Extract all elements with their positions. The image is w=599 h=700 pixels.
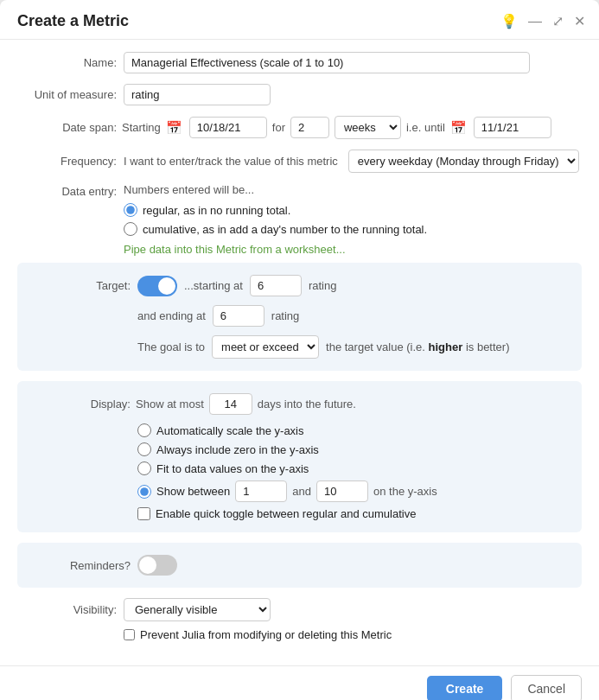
target-unit-end: rating [271,309,300,322]
goal-row: The goal is to meet or exceed stay below… [137,335,568,359]
radio-fit-data-row: Fit to data values on the y-axis [137,461,568,475]
name-label: Name: [17,56,117,69]
ending-row: and ending at rating [137,305,568,327]
radio-fit-data-label: Fit to data values on the y-axis [156,462,309,475]
starting-label: Starting [122,121,161,134]
radio-auto-scale[interactable] [137,423,151,437]
reminders-toggle[interactable] [137,555,177,576]
check-quick-toggle-row: Enable quick toggle between regular and … [137,507,568,520]
data-entry-row: Data entry: Numbers entered will be... r… [17,183,582,256]
radio-regular[interactable] [124,203,137,217]
dialog-header: Create a Metric 💡 — ⤢ ✕ [0,0,599,40]
goal-select[interactable]: meet or exceed stay below [212,335,319,359]
goal-is-label: The goal is to [137,340,205,353]
unit-input[interactable] [124,84,271,105]
check-quick-toggle-label: Enable quick toggle between regular and … [156,507,416,520]
dialog-footer: Create Cancel [0,665,599,700]
data-entry-content: Numbers entered will be... regular, as i… [124,183,582,256]
goal-suffix-pre: the target value (i.e. higher is better) [326,340,509,353]
goal-emphasis: higher [429,340,463,353]
target-section: Target: ...starting at rating and ending… [17,263,582,371]
create-button[interactable]: Create [427,676,503,700]
resize-icon[interactable]: ⤢ [552,15,564,29]
calendar-start-icon[interactable]: 📅 [166,120,182,136]
radio-include-zero-row: Always include zero in the y-axis [137,442,568,456]
radio-show-between-row: Show between and on the y-axis [137,480,568,502]
radio-cumulative-label: cumulative, as in add a day's number to … [143,223,427,236]
display-main-row: Display: Show at most days into the futu… [31,393,568,415]
for-input[interactable] [290,117,329,138]
data-entry-desc: Numbers entered will be... [124,183,582,196]
show-at-most-post: days into the future. [258,398,356,410]
weeks-select[interactable]: weeks days months [335,116,401,139]
target-start-input[interactable] [250,275,302,296]
radio-auto-scale-label: Automatically scale the y-axis [156,424,304,437]
display-label: Display: [91,398,131,410]
radio-show-between[interactable] [137,485,151,499]
target-unit-start: rating [309,279,337,292]
between-to-input[interactable] [316,480,368,502]
start-date-input[interactable] [189,117,267,138]
between-and-text: and [292,485,311,498]
ending-at-text: and ending at [137,309,206,322]
target-main-row: Target: ...starting at rating [31,275,568,296]
name-row: Name: [17,52,582,73]
display-section: Display: Show at most days into the futu… [17,381,582,532]
prevent-row: Prevent Julia from modifying or deleting… [124,628,582,641]
radio-regular-label: regular, as in no running total. [143,204,290,217]
check-quick-toggle[interactable] [137,507,150,520]
frequency-select[interactable]: every weekday (Monday through Friday) ev… [348,150,579,173]
frequency-prefix: I want to enter/track the value of this … [124,155,338,168]
radio-include-zero[interactable] [137,442,151,456]
header-icons: 💡 — ⤢ ✕ [500,15,585,29]
reminders-section: Reminders? [17,543,582,588]
end-date-input[interactable] [474,117,551,138]
radio-auto-scale-row: Automatically scale the y-axis [137,423,568,437]
radio-show-between-label: Show between [156,485,230,498]
show-at-most-pre: Show at most [136,398,204,410]
target-label: Target: [96,279,131,292]
radio-fit-data[interactable] [137,461,151,475]
until-label: i.e. until [406,121,445,134]
create-metric-dialog: Create a Metric 💡 — ⤢ ✕ Name: Unit of me… [0,0,599,700]
frequency-label: Frequency: [17,155,117,168]
date-span-row: Date span: Starting 📅 for weeks days mon… [17,116,582,139]
prevent-checkbox[interactable] [124,629,135,640]
data-entry-label: Data entry: [17,183,117,198]
starting-at-text: ...starting at [184,279,243,292]
dialog-body: Name: Unit of measure: Date span: Starti… [0,40,599,665]
radio-cumulative-row: cumulative, as in add a day's number to … [124,222,582,236]
visibility-select[interactable]: Generally visible Private Shared [124,598,271,621]
unit-label: Unit of measure: [17,88,117,101]
pipe-link[interactable]: Pipe data into this Metric from a worksh… [124,243,346,256]
target-toggle[interactable] [137,276,177,296]
reminders-label: Reminders? [31,559,131,572]
minimize-icon[interactable]: — [528,15,542,29]
radio-regular-row: regular, as in no running total. [124,203,582,217]
visibility-label: Visibility: [17,603,117,616]
show-days-input[interactable] [209,393,252,415]
cancel-button[interactable]: Cancel [511,675,582,700]
lightbulb-icon[interactable]: 💡 [500,15,518,29]
radio-include-zero-label: Always include zero in the y-axis [156,443,319,456]
between-suffix: on the y-axis [373,485,437,498]
radio-cumulative[interactable] [124,222,137,236]
dialog-title: Create a Metric [17,12,494,30]
name-input[interactable] [124,52,530,73]
frequency-row: Frequency: I want to enter/track the val… [17,150,582,173]
unit-row: Unit of measure: [17,84,582,105]
date-span-label: Date span: [17,121,117,134]
between-from-input[interactable] [235,480,287,502]
close-icon[interactable]: ✕ [574,15,585,29]
display-options: Automatically scale the y-axis Always in… [137,423,568,520]
for-label: for [272,121,285,134]
calendar-end-icon[interactable]: 📅 [450,120,467,136]
target-end-input[interactable] [213,305,264,327]
prevent-label: Prevent Julia from modifying or deleting… [140,628,392,641]
visibility-main-row: Visibility: Generally visible Private Sh… [17,598,582,621]
visibility-section: Visibility: Generally visible Private Sh… [17,598,582,641]
